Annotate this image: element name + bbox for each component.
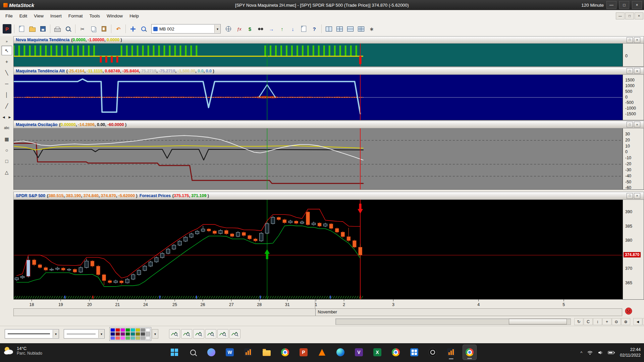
refresh-button[interactable]: ↻ — [574, 318, 583, 325]
print-button[interactable] — [52, 23, 62, 34]
zoom-out-button[interactable]: ⊖ — [612, 318, 621, 325]
help-button[interactable]: ? — [309, 23, 319, 34]
zoom-button[interactable] — [139, 23, 149, 34]
indicator-builder-button[interactable]: ƒx — [234, 23, 244, 34]
securities-button[interactable]: $ — [245, 23, 255, 34]
color-swatch[interactable] — [141, 332, 145, 336]
menu-view[interactable]: View — [31, 12, 47, 20]
copy-button[interactable] — [88, 23, 98, 34]
zoom-previous-button[interactable] — [217, 329, 228, 339]
pointer-tool[interactable]: ↖ — [1, 46, 12, 55]
panel-plot-area[interactable]: 390385380370365374.870 — [13, 200, 644, 300]
chevron-down-icon[interactable]: ▾ — [98, 330, 104, 338]
panel-restore-button[interactable]: □ — [627, 122, 633, 127]
panel-close-button[interactable]: × — [634, 193, 640, 199]
speaker-icon[interactable] — [598, 350, 603, 355]
color-swatch[interactable] — [125, 332, 130, 336]
pan-button[interactable]: + — [602, 318, 611, 325]
rectangle-tool[interactable]: □ — [1, 156, 12, 166]
taskbar-app-edge[interactable] — [333, 345, 347, 360]
zoom-box-button[interactable] — [205, 329, 216, 339]
battery-icon[interactable] — [608, 351, 615, 355]
fit-vertical-button[interactable]: ↕ — [593, 318, 602, 325]
mdi-restore-button[interactable]: □ — [625, 12, 634, 19]
panel-restore-button[interactable]: □ — [627, 193, 633, 199]
color-swatch[interactable] — [115, 328, 120, 332]
crosshair-tool[interactable]: + — [1, 57, 12, 66]
taskbar-app-file-explorer[interactable] — [260, 345, 274, 360]
panel-restore-button[interactable]: □ — [627, 37, 633, 43]
panel-plot-area[interactable]: 150010005000-500-1000-1500 — [13, 75, 644, 120]
color-swatch[interactable] — [120, 332, 125, 336]
scrollbar-thumb[interactable] — [509, 319, 567, 324]
grid-tool[interactable]: ▦ — [1, 134, 12, 144]
layout-two-pane-button[interactable] — [324, 23, 334, 34]
color-swatch[interactable] — [125, 328, 130, 332]
color-swatch[interactable] — [110, 328, 115, 332]
color-swatch[interactable] — [130, 328, 135, 332]
taskbar-app-metastock[interactable] — [241, 345, 255, 360]
panel-close-button[interactable]: × — [634, 122, 640, 127]
zoom-all-button[interactable] — [169, 329, 180, 339]
palette-dropdown-button[interactable]: ▾ — [152, 329, 158, 339]
save-button[interactable] — [38, 23, 48, 34]
menu-window[interactable]: Window — [103, 12, 126, 20]
taskbar-app-chrome-3[interactable] — [463, 345, 477, 360]
color-swatch[interactable] — [141, 336, 145, 340]
mdi-close-button[interactable]: × — [635, 12, 643, 19]
text-tool[interactable]: abc — [1, 123, 12, 133]
layout-grid-button[interactable] — [356, 23, 366, 34]
page-preview-button[interactable] — [299, 23, 309, 34]
line-weight-select[interactable]: ▾ — [64, 329, 105, 339]
color-swatch[interactable] — [110, 336, 115, 340]
menu-insert[interactable]: Insert — [47, 12, 65, 20]
chevron-down-icon[interactable]: ▾ — [53, 330, 59, 338]
print-preview-button[interactable] — [63, 23, 73, 34]
zoom-in-chart-button[interactable] — [181, 329, 192, 339]
panel-close-button[interactable]: × — [634, 68, 640, 74]
color-swatch[interactable] — [136, 328, 140, 332]
taskbar-app-vlc[interactable] — [315, 345, 329, 360]
color-swatch[interactable] — [130, 336, 135, 340]
collapse-toolbar-button[interactable]: » — [1, 38, 12, 44]
scroll-left-tool[interactable]: ◂ — [1, 112, 7, 122]
wifi-icon[interactable] — [587, 350, 593, 355]
go-button[interactable]: → — [266, 23, 276, 34]
mdi-minimize-button[interactable]: — — [616, 12, 625, 19]
line-style-select[interactable]: ▾ — [5, 329, 59, 339]
minimize-button[interactable]: — — [606, 1, 616, 9]
taskbar-app-copilot[interactable] — [204, 345, 218, 360]
zoom-custom-button[interactable] — [229, 329, 240, 339]
color-swatch[interactable] — [136, 336, 140, 340]
weather-widget[interactable]: 14°C Parc. Nublado — [3, 346, 42, 356]
panel-header[interactable]: Nova Maquineta Tendência (0.0000, -1.000… — [13, 36, 644, 44]
color-swatch[interactable] — [115, 336, 120, 340]
scroll-right-tool[interactable]: ▸ — [7, 112, 13, 122]
taskbar-app-excel[interactable]: X — [370, 345, 384, 360]
layout-horizontal-button[interactable] — [345, 23, 355, 34]
scroll-right-button[interactable]: ► — [643, 318, 644, 325]
trendline-tool[interactable]: ╲ — [1, 68, 12, 77]
download-button[interactable]: ↓ — [288, 23, 298, 34]
panel-header[interactable]: Maquineta Tendência Alt (-25.4164, -11.1… — [13, 67, 644, 75]
panel-plot-area[interactable]: 0 — [13, 44, 644, 67]
new-chart-button[interactable] — [16, 23, 26, 34]
color-swatch[interactable] — [115, 332, 120, 336]
taskbar-app-search[interactable] — [186, 345, 200, 360]
layout-four-pane-button[interactable] — [334, 23, 344, 34]
power-console-button[interactable]: P — [2, 23, 12, 34]
taskbar-app-word[interactable]: W — [223, 345, 237, 360]
template-combobox[interactable]: MB 002 ▾ — [151, 24, 221, 34]
color-swatch[interactable] — [141, 328, 145, 332]
pan-button[interactable] — [128, 23, 138, 34]
menu-edit[interactable]: Edit — [16, 12, 31, 20]
panel-header[interactable]: SPDR S&P 500 (380.515, 383.190, 374.840,… — [13, 192, 644, 200]
color-swatch[interactable] — [120, 336, 125, 340]
zoom-out-chart-button[interactable] — [193, 329, 204, 339]
taskbar-app-powerpoint[interactable]: P — [297, 345, 311, 360]
close-button[interactable]: × — [632, 1, 642, 9]
color-swatch[interactable] — [146, 328, 150, 332]
cut-button[interactable]: ✂ — [77, 23, 88, 34]
chevron-down-icon[interactable]: ▾ — [214, 25, 220, 33]
menu-format[interactable]: Format — [65, 12, 86, 20]
